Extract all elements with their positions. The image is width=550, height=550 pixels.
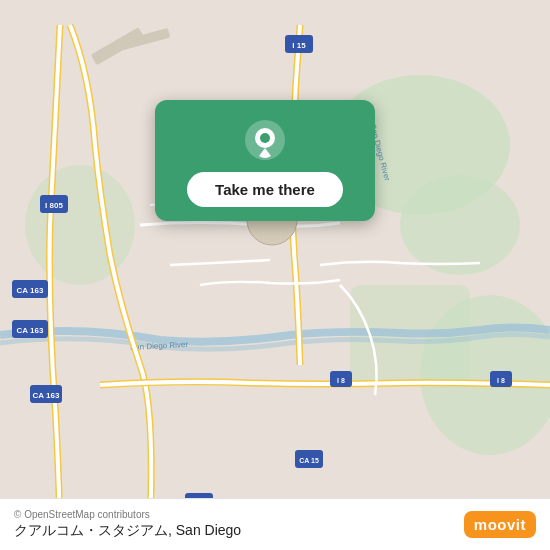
popup-card: Take me there: [155, 100, 375, 221]
location-name: クアルコム・スタジアム, San Diego: [14, 522, 241, 540]
svg-text:I 805: I 805: [45, 201, 63, 210]
svg-text:I 8: I 8: [337, 377, 345, 384]
bottom-left-info: © OpenStreetMap contributors クアルコム・スタジアム…: [14, 509, 241, 540]
svg-point-2: [400, 175, 520, 275]
svg-point-3: [25, 165, 135, 285]
svg-text:CA 163: CA 163: [17, 326, 44, 335]
map-background: San Diego River San Diego River I 805 CA…: [0, 0, 550, 550]
osm-attribution: © OpenStreetMap contributors: [14, 509, 241, 520]
take-me-there-button[interactable]: Take me there: [187, 172, 343, 207]
moovit-logo[interactable]: moovit: [464, 511, 536, 538]
svg-text:I 15: I 15: [292, 41, 306, 50]
svg-text:CA 163: CA 163: [33, 391, 60, 400]
bottom-bar: © OpenStreetMap contributors クアルコム・スタジアム…: [0, 498, 550, 550]
svg-text:CA 15: CA 15: [299, 457, 319, 464]
svg-text:I 8: I 8: [497, 377, 505, 384]
map-container: San Diego River San Diego River I 805 CA…: [0, 0, 550, 550]
moovit-brand-text: moovit: [474, 516, 526, 533]
svg-point-33: [260, 133, 270, 143]
svg-text:CA 163: CA 163: [17, 286, 44, 295]
location-pin-icon: [243, 118, 287, 162]
